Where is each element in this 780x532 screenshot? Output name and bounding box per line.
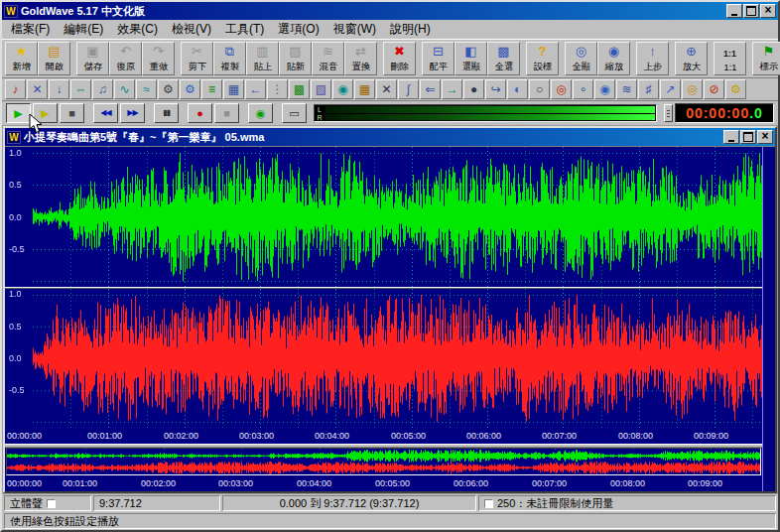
redo-button[interactable]: ↷重做: [142, 42, 175, 75]
overview-strip[interactable]: [6, 448, 761, 475]
trim-button[interactable]: ⊟配平: [422, 42, 455, 75]
show-all-button[interactable]: ◎全顯: [565, 42, 597, 75]
sound-window-title-bar[interactable]: W 小提琴奏鳴曲第5號『春』~『第一樂章』 05.wma: [5, 128, 775, 146]
length-segment: 9:37.712: [93, 495, 220, 511]
main-title-bar[interactable]: W GoldWave 5.17 中文化版: [2, 2, 778, 20]
noise-gate-button[interactable]: ⊘: [704, 79, 724, 99]
pause-button[interactable]: ▮▮: [154, 103, 179, 123]
menu-item-window[interactable]: 視窗(W): [326, 20, 383, 39]
open-button[interactable]: ▤開啟: [38, 42, 70, 75]
menu-item-edit[interactable]: 編輯(E): [57, 20, 110, 39]
pan-button[interactable]: ◉: [332, 79, 353, 99]
filter-noise-button[interactable]: ≈: [136, 79, 157, 99]
zoom-1-1-button[interactable]: 1:11:1: [714, 42, 746, 75]
stop-button[interactable]: ■: [60, 103, 84, 123]
time-label: 00:05:00: [391, 431, 426, 441]
dynamics-button[interactable]: ↓: [49, 79, 69, 99]
fast-forward-button[interactable]: ▶▶: [120, 103, 145, 123]
volume-maximize-button[interactable]: ◎: [682, 79, 703, 99]
right-channel-waveform[interactable]: [33, 289, 762, 429]
flange-button[interactable]: ≡: [201, 79, 222, 99]
new-button[interactable]: ★新增: [5, 42, 38, 75]
zoom-previous-button[interactable]: ↑上步: [636, 42, 669, 75]
meter-splitter-handle[interactable]: [664, 104, 673, 122]
marker-button[interactable]: ⚑標示: [752, 42, 780, 75]
shape-volume-button[interactable]: →: [442, 79, 462, 99]
cut-button[interactable]: ✂剪下: [181, 42, 213, 75]
sound-maximize-button[interactable]: [740, 130, 756, 144]
sound-minimize-button[interactable]: [723, 130, 739, 144]
paste-button[interactable]: ▥貼上: [246, 42, 279, 75]
play-alt-button[interactable]: ▶: [33, 103, 58, 123]
menu-item-help[interactable]: 說明(H): [383, 20, 438, 39]
filter-equalizer-button[interactable]: ∿: [114, 79, 135, 99]
smoother-button[interactable]: ↪: [485, 79, 506, 99]
menu-item-effect[interactable]: 效果(C): [110, 20, 165, 39]
playback-rate-button[interactable]: ✕: [376, 79, 397, 99]
echo-button[interactable]: ⇔: [70, 79, 91, 99]
stereo-center-button[interactable]: ◐: [507, 79, 528, 99]
set-button[interactable]: ?設標: [526, 42, 559, 75]
volume-change-button[interactable]: ◉: [594, 79, 615, 99]
compressor-button[interactable]: ♪: [5, 79, 26, 99]
close-button[interactable]: [760, 4, 776, 18]
reverse-button[interactable]: ⇐: [420, 79, 441, 99]
record-button[interactable]: ●: [188, 103, 212, 123]
interpolate-button[interactable]: ▦: [223, 79, 244, 99]
paste-new-button[interactable]: ▧貼新: [279, 42, 312, 75]
rewind-button[interactable]: ◀◀: [93, 103, 118, 123]
copy-button[interactable]: ⧉複製: [213, 42, 246, 75]
mixer-button[interactable]: ▩: [289, 79, 310, 99]
right-channel-view[interactable]: 1.00.50.0-0.5: [5, 289, 762, 429]
info-status-bar: 立體聲 9:37.712 0.000 到 9:37.712 (9:37.712)…: [2, 494, 778, 512]
stereo-enhance-button[interactable]: ○: [529, 79, 550, 99]
doppler-button[interactable]: ✕: [27, 79, 48, 99]
left-channel-view[interactable]: 1.00.50.0-0.5: [5, 147, 762, 287]
stereo-reduce-button[interactable]: ◎: [551, 79, 572, 99]
sound-close-button[interactable]: [757, 130, 773, 144]
pan-icon: ◉: [337, 83, 347, 95]
menu-item-options[interactable]: 選項(O): [271, 20, 325, 39]
volume-match-button[interactable]: ↗: [660, 79, 681, 99]
invert-button[interactable]: ←: [245, 79, 266, 99]
replace-button[interactable]: ⇄置換: [344, 42, 377, 75]
filter-pop-button[interactable]: ⚙: [180, 79, 200, 99]
menu-item-view[interactable]: 檢視(V): [165, 20, 218, 39]
zoom-selection-button[interactable]: ◉縮放: [597, 42, 630, 75]
menu-item-tool[interactable]: 工具(T): [218, 20, 271, 39]
menu-item-file[interactable]: 檔案(F): [4, 20, 57, 39]
minimize-button[interactable]: [726, 4, 742, 18]
time-label: 00:05:00: [375, 478, 410, 488]
record-stop-icon: ■: [223, 108, 230, 119]
left-channel-waveform[interactable]: [33, 147, 762, 287]
overview-waveform[interactable]: [7, 449, 760, 474]
play-button[interactable]: ▶: [6, 103, 31, 123]
filter-parametric-button[interactable]: ⚙: [158, 79, 179, 99]
resample-button[interactable]: ∫: [398, 79, 419, 99]
mechanize-button[interactable]: ⋮: [267, 79, 288, 99]
maximize-button[interactable]: [743, 4, 759, 18]
time-label: 00:04:00: [315, 431, 349, 441]
toolbar-button-label: 貼新: [286, 61, 304, 73]
record-stop-button[interactable]: ■: [214, 103, 239, 123]
filter-bandpass-button[interactable]: ♫: [92, 79, 113, 99]
sel-view-button[interactable]: ◧選顯: [455, 42, 487, 75]
monitor-button[interactable]: ◉: [248, 103, 273, 123]
undo-button[interactable]: ↶復原: [109, 42, 142, 75]
license-segment: 250：未註冊限制使用量: [478, 495, 776, 511]
control-properties-button[interactable]: ▭: [282, 103, 307, 123]
plugin-settings-button[interactable]: ⚙: [725, 79, 746, 99]
save-button[interactable]: ▣儲存: [76, 42, 109, 75]
pitch-button[interactable]: ▦: [354, 79, 375, 99]
time-warp-button[interactable]: ∘: [573, 79, 593, 99]
zoom-in-button[interactable]: ⊕放大: [675, 42, 708, 75]
time-label: 00:09:00: [694, 431, 728, 441]
delete-button[interactable]: ✖刪除: [383, 42, 416, 75]
silence-button[interactable]: ●: [463, 79, 484, 99]
select-all-button[interactable]: ▩全選: [487, 42, 520, 75]
amplitude-label: 0.5: [9, 322, 22, 332]
fade-out-button[interactable]: ♯: [638, 79, 659, 99]
offset-button[interactable]: ▨: [311, 79, 331, 99]
fade-in-button[interactable]: ≋: [616, 79, 637, 99]
mix-button[interactable]: ≋混音: [312, 42, 344, 75]
